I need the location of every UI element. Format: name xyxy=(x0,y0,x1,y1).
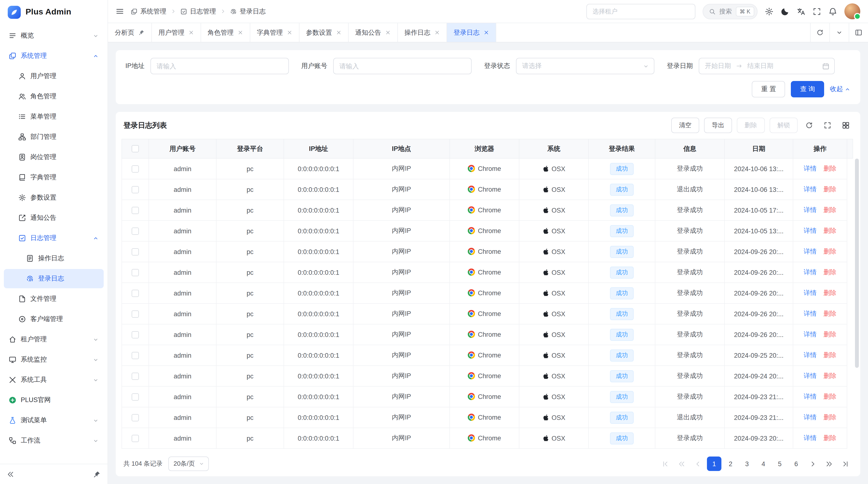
remove-link[interactable]: 删除 xyxy=(824,393,836,400)
remove-link[interactable]: 删除 xyxy=(824,165,836,172)
detail-link[interactable]: 详情 xyxy=(804,414,817,421)
breadcrumb-item-system-mgmt[interactable]: 系统管理 xyxy=(131,7,166,16)
remove-link[interactable]: 删除 xyxy=(824,186,836,193)
page-button-5[interactable]: 5 xyxy=(773,456,787,471)
close-icon[interactable] xyxy=(287,30,292,35)
detail-link[interactable]: 详情 xyxy=(804,393,817,400)
page-button-6[interactable]: 6 xyxy=(789,456,803,471)
remove-link[interactable]: 删除 xyxy=(824,310,836,317)
sidebar-item-system-mgmt[interactable]: 系统管理 xyxy=(4,46,104,66)
sidebar-item-login-log[interactable]: 登录日志 xyxy=(4,269,104,288)
gear-icon[interactable] xyxy=(765,7,774,16)
sidebar-item-user-mgmt[interactable]: 用户管理 xyxy=(4,67,104,86)
detail-link[interactable]: 详情 xyxy=(804,268,817,276)
remove-link[interactable]: 删除 xyxy=(824,414,836,421)
ip-input[interactable] xyxy=(151,58,289,74)
close-icon[interactable] xyxy=(484,30,489,35)
row-checkbox[interactable] xyxy=(132,435,139,442)
detail-link[interactable]: 详情 xyxy=(804,165,817,172)
reset-button[interactable]: 重 置 xyxy=(752,81,785,97)
sidebar-item-dict-mgmt[interactable]: 字典管理 xyxy=(4,168,104,187)
delete-button[interactable]: 删除 xyxy=(737,118,765,133)
row-checkbox[interactable] xyxy=(132,393,139,400)
refresh-table-button[interactable] xyxy=(802,119,816,132)
tab-role-mgmt[interactable]: 角色管理 xyxy=(201,23,250,42)
sidebar-item-notice[interactable]: 通知公告 xyxy=(4,208,104,228)
detail-link[interactable]: 详情 xyxy=(804,248,817,255)
row-checkbox[interactable] xyxy=(132,165,139,172)
breadcrumb-item-login-log[interactable]: 登录日志 xyxy=(230,7,266,16)
date-range-picker[interactable]: 开始日期 结束日期 xyxy=(699,58,835,74)
sidebar-item-system-monitor[interactable]: 系统监控 xyxy=(4,350,104,369)
close-icon[interactable] xyxy=(434,30,439,35)
jump-back-button[interactable] xyxy=(674,456,689,471)
user-avatar[interactable] xyxy=(844,3,860,19)
tab-op-log[interactable]: 操作日志 xyxy=(398,23,447,42)
page-button-4[interactable]: 4 xyxy=(756,456,771,471)
row-checkbox[interactable] xyxy=(132,414,139,421)
tab-analysis[interactable]: 分析页 xyxy=(108,23,152,42)
sidebar-item-role-mgmt[interactable]: 角色管理 xyxy=(4,87,104,106)
prev-page-button[interactable] xyxy=(690,456,705,471)
row-checkbox[interactable] xyxy=(132,373,139,380)
hamburger-icon[interactable] xyxy=(116,7,124,15)
tab-param-settings[interactable]: 参数设置 xyxy=(299,23,348,42)
sidebar-item-tenant-mgmt[interactable]: 租户管理 xyxy=(4,330,104,349)
detail-link[interactable]: 详情 xyxy=(804,331,817,338)
bell-icon[interactable] xyxy=(829,7,837,16)
row-checkbox[interactable] xyxy=(132,269,139,276)
translate-icon[interactable] xyxy=(797,7,805,16)
unlock-button[interactable]: 解锁 xyxy=(770,118,798,133)
sidebar-item-log-mgmt[interactable]: 日志管理 xyxy=(4,228,104,248)
table-scrollbar[interactable] xyxy=(855,159,859,449)
export-button[interactable]: 导出 xyxy=(704,118,732,133)
tabs-menu-button[interactable] xyxy=(830,23,849,42)
page-button-2[interactable]: 2 xyxy=(723,456,738,471)
row-checkbox[interactable] xyxy=(132,207,139,214)
layout-toggle-button[interactable] xyxy=(849,23,868,42)
remove-link[interactable]: 删除 xyxy=(824,206,836,214)
remove-link[interactable]: 删除 xyxy=(824,248,836,255)
row-checkbox[interactable] xyxy=(132,228,139,235)
sidebar-item-file-mgmt[interactable]: 文件管理 xyxy=(4,289,104,309)
sidebar-item-client-mgmt[interactable]: 客户端管理 xyxy=(4,310,104,329)
tenant-select[interactable] xyxy=(586,4,695,19)
row-checkbox[interactable] xyxy=(132,331,139,338)
breadcrumb-item-log-mgmt[interactable]: 日志管理 xyxy=(180,7,216,16)
page-size-select[interactable]: 20条/页 xyxy=(168,456,209,471)
tab-user-mgmt[interactable]: 用户管理 xyxy=(152,23,201,42)
select-all-checkbox[interactable] xyxy=(132,146,139,153)
row-checkbox[interactable] xyxy=(132,248,139,256)
remove-link[interactable]: 删除 xyxy=(824,331,836,338)
fullscreen-table-button[interactable] xyxy=(821,119,834,132)
sidebar-item-menu-mgmt[interactable]: 菜单管理 xyxy=(4,107,104,126)
collapse-filters-link[interactable]: 收起 xyxy=(830,85,850,94)
first-page-button[interactable] xyxy=(658,456,672,471)
query-button[interactable]: 查 询 xyxy=(791,81,824,97)
sidebar-item-plus-site[interactable]: PLUS官网 xyxy=(4,390,104,410)
page-button-1[interactable]: 1 xyxy=(707,456,721,471)
detail-link[interactable]: 详情 xyxy=(804,372,817,379)
remove-link[interactable]: 删除 xyxy=(824,351,836,359)
jump-forward-button[interactable] xyxy=(822,456,836,471)
close-icon[interactable] xyxy=(385,30,390,35)
detail-link[interactable]: 详情 xyxy=(804,351,817,359)
sidebar-item-test-menu[interactable]: 测试菜单 xyxy=(4,411,104,430)
remove-link[interactable]: 删除 xyxy=(824,268,836,276)
last-page-button[interactable] xyxy=(838,456,852,471)
close-icon[interactable] xyxy=(188,30,194,35)
detail-link[interactable]: 详情 xyxy=(804,310,817,317)
remove-link[interactable]: 删除 xyxy=(824,372,836,379)
remove-link[interactable]: 删除 xyxy=(824,434,836,442)
global-search[interactable]: 搜索 ⌘ K xyxy=(702,4,757,19)
sidebar-item-workflow[interactable]: 工作流 xyxy=(4,431,104,450)
detail-link[interactable]: 详情 xyxy=(804,206,817,214)
sidebar-item-system-tools[interactable]: 系统工具 xyxy=(4,370,104,389)
clear-button[interactable]: 清空 xyxy=(671,118,699,133)
scrollbar-thumb[interactable] xyxy=(855,159,859,368)
close-icon[interactable] xyxy=(238,30,243,35)
tab-login-log[interactable]: 登录日志 xyxy=(447,23,496,42)
close-icon[interactable] xyxy=(336,30,341,35)
detail-link[interactable]: 详情 xyxy=(804,186,817,193)
row-checkbox[interactable] xyxy=(132,311,139,318)
